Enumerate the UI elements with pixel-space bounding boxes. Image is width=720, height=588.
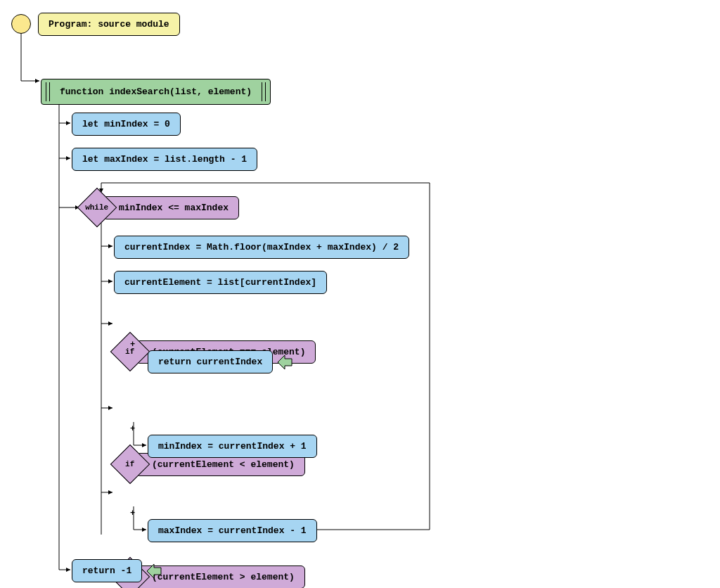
if2-keyword: if [125, 460, 134, 468]
return-neg1: return -1 [72, 559, 162, 582]
stmt-current-index: currentIndex = Math.floor(maxIndex + max… [114, 236, 409, 259]
while-node: while minIndex <= maxIndex [83, 193, 720, 222]
if2-body-label: minIndex = currentIndex + 1 [148, 435, 317, 458]
return-arrow-icon [277, 354, 292, 370]
if2-body: minIndex = currentIndex + 1 [148, 435, 317, 458]
stmt-current-index-label: currentIndex = Math.floor(maxIndex + max… [114, 236, 409, 259]
stmt-max-init: let maxIndex = list.length - 1 [72, 148, 257, 171]
while-condition-label: minIndex <= maxIndex [103, 196, 239, 219]
stmt-current-element: currentElement = list[currentIndex] [114, 271, 327, 294]
if3-body: maxIndex = currentIndex - 1 [148, 519, 317, 542]
stmt-max-init-label: let maxIndex = list.length - 1 [72, 148, 257, 171]
stmt-min-init: let minIndex = 0 [72, 113, 181, 136]
function-bar-right-icon [262, 82, 266, 101]
if1-diamond-icon: if [110, 332, 150, 372]
start-circle-icon [11, 14, 31, 34]
program-title-label: Program: source module [38, 13, 180, 36]
function-node: function indexSearch(list, element) [41, 79, 271, 105]
svg-marker-1 [147, 564, 161, 578]
function-signature-label: function indexSearch(list, element) [50, 82, 262, 101]
if2-diamond-icon: if [110, 445, 150, 485]
if2-plus-icon: + [130, 424, 135, 434]
start-node [11, 14, 31, 34]
if3-plus-icon: + [130, 509, 135, 518]
svg-marker-0 [278, 355, 292, 369]
while-diamond-icon: while [77, 188, 117, 228]
return-neg1-label: return -1 [72, 559, 142, 582]
return-arrow-icon-2 [146, 563, 162, 579]
if1-plus-icon: + [130, 340, 135, 350]
if3-body-label: maxIndex = currentIndex - 1 [148, 519, 317, 542]
stmt-current-element-label: currentElement = list[currentIndex] [114, 271, 327, 294]
if1-body: return currentIndex [148, 350, 292, 373]
program-title-box: Program: source module [38, 13, 180, 36]
function-box: function indexSearch(list, element) [41, 79, 271, 105]
if1-body-label: return currentIndex [148, 350, 273, 373]
while-keyword: while [85, 203, 108, 212]
if3-node: if (currentElement > element) [116, 563, 720, 588]
stmt-min-init-label: let minIndex = 0 [72, 113, 181, 136]
